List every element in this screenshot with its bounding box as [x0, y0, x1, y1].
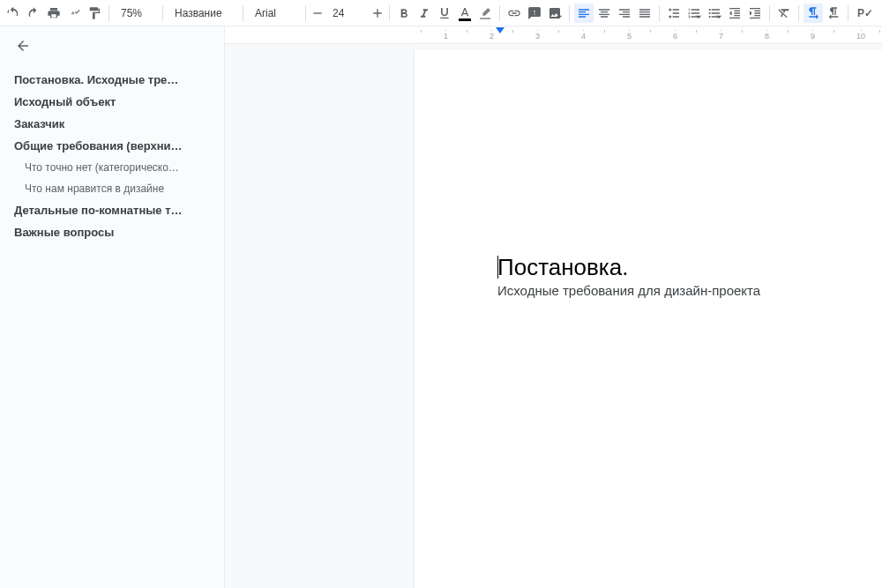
separator	[499, 5, 500, 21]
paragraph-style-value: Название	[175, 7, 222, 19]
print-button[interactable]	[44, 4, 64, 23]
ltr-button[interactable]	[804, 4, 823, 23]
outline-item[interactable]: Что нам нравится в дизайне	[12, 178, 215, 199]
decrease-font-size-button[interactable]	[310, 4, 325, 23]
ruler-tick: 9	[811, 30, 815, 41]
insert-comment-button[interactable]	[525, 4, 544, 23]
outline-item[interactable]: Что точно нет (категорическо…	[12, 157, 215, 178]
spellcheck-button[interactable]	[64, 4, 84, 23]
increase-font-size-button[interactable]	[370, 4, 385, 23]
underline-button[interactable]	[435, 4, 454, 23]
arrow-left-icon	[15, 38, 31, 54]
outline-item[interactable]: Общие требования (верхни…	[12, 135, 215, 157]
ruler-tick: 3	[535, 30, 540, 41]
title-text: Постановка.	[497, 254, 628, 280]
separator	[108, 5, 109, 21]
bold-button[interactable]	[394, 4, 414, 23]
ruler-tick: 7	[719, 30, 723, 41]
zoom-value: 75%	[121, 7, 142, 19]
paragraph-style-combo[interactable]: Название	[168, 4, 238, 23]
font-size-value: 24	[333, 7, 344, 19]
outline-item[interactable]: Исходный объект	[12, 91, 215, 113]
text-caret	[497, 256, 498, 279]
font-size-input[interactable]: 24	[325, 4, 370, 23]
toolbar: 75% Название Arial 24 Р✓	[0, 0, 882, 26]
ruler-tick	[558, 30, 559, 41]
first-line-indent-marker[interactable]	[496, 27, 505, 33]
ruler-tick	[512, 30, 513, 41]
outline-list: Постановка. Исходные тре…Исходный объект…	[12, 69, 224, 243]
outline-item[interactable]: Детальные по-комнатные т…	[12, 199, 215, 221]
ruler-tick	[742, 30, 743, 41]
personal-dictionary-button[interactable]: Р✓	[853, 4, 878, 23]
outline-back-button[interactable]	[12, 35, 34, 56]
separator	[798, 5, 799, 21]
rtl-button[interactable]	[824, 4, 843, 23]
outline-item[interactable]: Постановка. Исходные тре…	[12, 69, 215, 91]
horizontal-ruler[interactable]: 123456789101112131415161718	[225, 26, 882, 44]
ruler-tick	[604, 30, 605, 41]
chevron-down-icon	[691, 10, 706, 24]
outline-item[interactable]: Заказчик	[12, 113, 215, 135]
separator	[769, 5, 770, 21]
chevron-down-icon	[712, 10, 726, 24]
zoom-combo[interactable]: 75%	[114, 4, 158, 23]
redo-button[interactable]	[24, 4, 43, 23]
subtitle-text: Исходные требования для дизайн-проекта	[497, 283, 760, 298]
separator	[162, 5, 163, 21]
separator	[659, 5, 660, 21]
ruler-tick	[421, 30, 422, 41]
separator	[569, 5, 570, 21]
document-page[interactable]: Постановка. Исходные требования для диза…	[415, 49, 882, 588]
insert-image-button[interactable]	[545, 4, 564, 23]
ruler-tick: 10	[856, 30, 865, 41]
undo-button[interactable]	[4, 4, 23, 23]
italic-button[interactable]	[415, 4, 434, 23]
separator	[305, 5, 306, 21]
chevron-down-icon	[552, 10, 566, 24]
font-family-value: Arial	[255, 7, 276, 19]
highlight-button[interactable]	[475, 4, 495, 23]
document-subtitle[interactable]: Исходные требования для дизайн-проекта	[497, 283, 882, 298]
ruler-tick: 6	[673, 30, 677, 41]
ruler-tick	[833, 30, 834, 41]
ruler-tick	[788, 30, 789, 41]
workspace: Постановка. Исходные тре…Исходный объект…	[0, 26, 882, 588]
font-family-combo[interactable]: Arial	[248, 4, 301, 23]
insert-link-button[interactable]	[505, 4, 524, 23]
separator	[848, 5, 848, 21]
line-spacing-button[interactable]	[664, 4, 684, 23]
decrease-indent-button[interactable]	[725, 4, 744, 23]
increase-indent-button[interactable]	[745, 4, 765, 23]
ruler-tick: 5	[627, 30, 632, 41]
separator	[389, 5, 390, 21]
text-color-button[interactable]	[455, 4, 475, 23]
align-right-button[interactable]	[615, 4, 634, 23]
ruler-tick	[879, 30, 880, 41]
document-title[interactable]: Постановка.	[497, 254, 882, 281]
ruler-tick	[696, 30, 697, 41]
align-left-button[interactable]	[574, 4, 594, 23]
align-justify-button[interactable]	[635, 4, 654, 23]
bulleted-list-button[interactable]	[705, 4, 724, 23]
clear-formatting-button[interactable]	[774, 4, 794, 23]
paint-format-button[interactable]	[85, 4, 104, 23]
ruler-tick: 1	[444, 30, 448, 41]
numbered-list-button[interactable]	[684, 4, 704, 23]
align-center-button[interactable]	[594, 4, 614, 23]
separator	[243, 5, 243, 21]
outline-item[interactable]: Важные вопросы	[12, 221, 215, 243]
outline-pane: Постановка. Исходные тре…Исходный объект…	[0, 26, 225, 588]
ruler-tick: 8	[765, 30, 769, 41]
document-area: 123456789101112131415161718 Постановка. …	[225, 26, 882, 588]
ruler-tick: 4	[581, 30, 586, 41]
ruler-tick	[650, 30, 651, 41]
ruler-tick: 2	[490, 30, 494, 41]
ruler-tick	[467, 30, 467, 41]
